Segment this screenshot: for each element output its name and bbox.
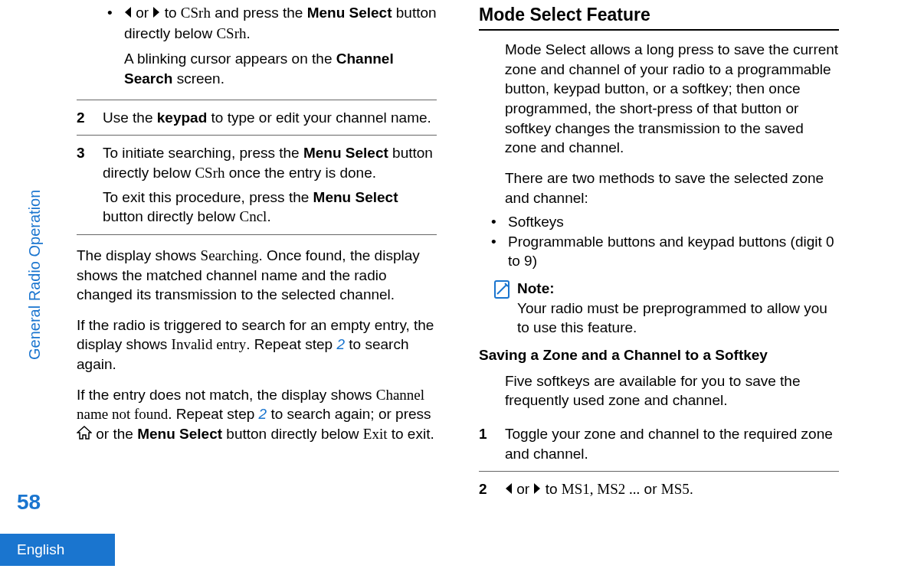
- text: to: [541, 481, 561, 497]
- language-label: English: [17, 540, 64, 560]
- ms-label: MS1, MS2 ...: [562, 481, 640, 497]
- text: To initiate searching, press the: [103, 145, 303, 161]
- saving-softkey-heading: Saving a Zone and a Channel to a Softkey: [479, 345, 839, 365]
- menu-select-label: Menu Select: [307, 5, 392, 21]
- menu-select-label: Menu Select: [137, 426, 222, 442]
- text: or: [640, 481, 660, 497]
- home-icon: [77, 425, 92, 445]
- step-2: 2 Use the keypad to type or edit your ch…: [77, 100, 437, 136]
- text: once the entry is done.: [224, 165, 376, 181]
- cncl-label: Cncl: [240, 208, 267, 224]
- csrh-label: CSrh: [195, 165, 224, 181]
- step-3: 3 To initiate searching, press the Menu …: [77, 135, 437, 235]
- bullet-dot: •: [491, 232, 508, 271]
- page-number: 58: [17, 488, 41, 517]
- step1-result: A blinking cursor appears on the Channel…: [124, 49, 437, 88]
- step-number: 3: [77, 143, 103, 227]
- searching-label: Searching: [201, 247, 259, 263]
- mode-select-intro: Mode Select allows a long press to save …: [505, 40, 839, 158]
- text: button directly below: [222, 426, 363, 442]
- text: A blinking cursor appears on the: [124, 51, 336, 67]
- right-column: Mode Select Feature Mode Select allows a…: [479, 3, 839, 508]
- step-3-text: To initiate searching, press the Menu Se…: [103, 143, 437, 227]
- list-item-text: Programmable buttons and keypad buttons …: [508, 232, 839, 271]
- text: or the: [92, 426, 137, 442]
- result-notfound: If the entry does not match, the display…: [77, 385, 437, 445]
- step1-bullet-text: or to CSrh and press the Menu Select but…: [124, 3, 437, 43]
- list-item-text: Softkeys: [508, 212, 564, 232]
- text: or: [513, 481, 533, 497]
- step-number: 2: [479, 479, 505, 500]
- arrow-left-icon: [124, 4, 132, 24]
- language-indicator: English: [0, 534, 115, 566]
- bullet-dot: •: [107, 3, 124, 43]
- text: Use the: [103, 109, 157, 126]
- text: to type or edit your channel name.: [207, 109, 431, 126]
- svg-marker-2: [77, 427, 91, 439]
- text: button directly below: [103, 208, 240, 224]
- methods-intro: There are two methods to save the select…: [505, 168, 839, 208]
- text: The display shows: [77, 247, 201, 263]
- step-link[interactable]: 2: [259, 406, 267, 422]
- step-2-text: Use the keypad to type or edit your chan…: [103, 108, 431, 128]
- exit-label: Exit: [363, 426, 388, 442]
- note-label: Note:: [517, 280, 555, 296]
- mode-select-heading: Mode Select Feature: [479, 3, 839, 31]
- step-number: 1: [479, 424, 505, 463]
- sk-step-1-text: Toggle your zone and channel to the requ…: [505, 424, 839, 463]
- note-text: Your radio must be preprogrammed to allo…: [517, 300, 827, 336]
- sk-step-1: 1 Toggle your zone and channel to the re…: [479, 421, 839, 472]
- csrh-label: CSrh: [216, 25, 246, 41]
- text: screen.: [172, 70, 224, 87]
- ms5-label: MS5: [661, 481, 690, 497]
- text: .: [690, 481, 693, 497]
- text: to: [160, 5, 180, 21]
- text: to exit.: [387, 426, 434, 442]
- arrow-right-icon: [152, 4, 160, 24]
- softkey-intro: Five softkeys are available for you to s…: [505, 371, 839, 410]
- step-number: 2: [77, 108, 103, 128]
- list-item: • Programmable buttons and keypad button…: [491, 232, 839, 271]
- arrow-left-icon: [505, 480, 513, 500]
- bullet-dot: •: [491, 212, 508, 232]
- menu-select-label: Menu Select: [303, 145, 388, 161]
- svg-marker-1: [153, 7, 159, 18]
- result-searching: The display shows Searching. Once found,…: [77, 246, 437, 305]
- left-column: • or to CSrh and press the Menu Select b…: [77, 3, 437, 508]
- menu-select-label: Menu Select: [313, 189, 398, 205]
- text: . Repeat step: [246, 336, 336, 352]
- list-item: • Softkeys: [491, 212, 839, 232]
- text: . Repeat step: [168, 406, 258, 422]
- text: and press the: [211, 5, 307, 21]
- note-content: Note: Your radio must be preprogrammed t…: [517, 279, 839, 338]
- svg-marker-0: [125, 7, 131, 18]
- note-icon: [491, 279, 517, 306]
- text: .: [246, 25, 250, 41]
- step1-bullet: • or to CSrh and press the Menu Select b…: [77, 3, 437, 43]
- section-label: General Radio Operation: [25, 190, 45, 360]
- text: to search again; or press: [267, 406, 431, 422]
- svg-marker-4: [506, 483, 512, 494]
- sk-step-2: 2 or to MS1, MS2 ... or MS5.: [479, 472, 839, 508]
- csrh-label: CSrh: [181, 5, 211, 21]
- text: .: [267, 208, 270, 224]
- sk-step-2-text: or to MS1, MS2 ... or MS5.: [505, 479, 693, 500]
- text: or: [132, 5, 152, 21]
- invalid-entry-label: Invalid entry: [172, 336, 247, 352]
- step-link[interactable]: 2: [336, 336, 345, 352]
- text: To exit this procedure, press the: [103, 189, 313, 205]
- text: If the entry does not match, the display…: [77, 387, 376, 403]
- arrow-right-icon: [533, 480, 541, 500]
- result-invalid: If the radio is triggered to search for …: [77, 315, 437, 374]
- svg-marker-5: [534, 483, 540, 494]
- keypad-label: keypad: [157, 109, 207, 126]
- note-block: Note: Your radio must be preprogrammed t…: [491, 279, 839, 338]
